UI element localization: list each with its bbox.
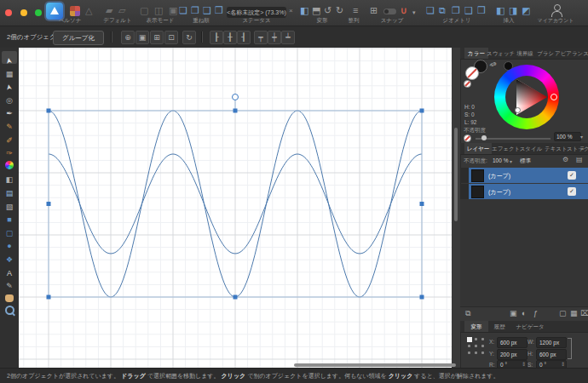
- layer-settings-gear-icon[interactable]: ⚙: [562, 156, 568, 163]
- fill-color-swatch[interactable]: [465, 66, 479, 80]
- fill-gradient-tool[interactable]: [2, 157, 17, 170]
- tab-styles[interactable]: スタイル: [519, 143, 543, 154]
- layer-lock-icon[interactable]: ▤: [576, 156, 583, 163]
- zoom-tool[interactable]: [2, 303, 17, 316]
- selection-handle[interactable]: [420, 109, 424, 113]
- pen-tool[interactable]: ✒: [2, 104, 17, 117]
- anchor-dot[interactable]: [475, 352, 477, 354]
- x-field[interactable]: 600 px: [497, 337, 527, 348]
- selection-handle[interactable]: [233, 295, 238, 300]
- layer-visibility-checkbox[interactable]: ✓: [568, 187, 576, 196]
- move-to-back-icon[interactable]: ❒: [215, 5, 223, 15]
- geometry-intersect-icon[interactable]: ❐: [452, 5, 460, 15]
- tab-navigator[interactable]: ナビゲータ: [513, 321, 547, 332]
- opacity-value-field[interactable]: 100 %: [554, 132, 581, 141]
- transform-origin-icon[interactable]: ⊡: [164, 31, 178, 44]
- hue-ring-marker[interactable]: [551, 94, 557, 100]
- tab-swatches[interactable]: スウォッチ: [487, 48, 514, 59]
- selection-handle[interactable]: [47, 295, 51, 300]
- tab-text[interactable]: テキスト: [545, 143, 567, 154]
- defaults-icon-1[interactable]: ▰: [106, 5, 112, 15]
- zoom-window-button[interactable]: [35, 9, 42, 16]
- layer-row-curve-2[interactable]: (カーブ) ✓: [460, 184, 588, 199]
- canvas[interactable]: [19, 48, 452, 368]
- blend-mode-value[interactable]: 標準: [520, 157, 531, 165]
- y-field[interactable]: 200 px: [497, 349, 527, 360]
- artboard-tool[interactable]: ▦: [2, 65, 17, 77]
- insert-behind-icon[interactable]: ◧: [496, 5, 504, 15]
- minimize-window-button[interactable]: [20, 9, 27, 16]
- paint-brush-tool[interactable]: ✑: [2, 144, 17, 157]
- selection-handle[interactable]: [420, 202, 424, 206]
- transform-separately-icon[interactable]: ⊞: [150, 31, 164, 44]
- triangle-marker[interactable]: [515, 107, 521, 113]
- color-wheel-triangle[interactable]: [503, 73, 551, 121]
- view-mode-retina-icon[interactable]: ▣: [169, 5, 177, 15]
- move-forward-icon[interactable]: ❐: [191, 5, 199, 15]
- vector-crop-tool[interactable]: ▧: [2, 197, 17, 210]
- custom-shape-tool[interactable]: ❖: [2, 250, 17, 263]
- new-layer-icon[interactable]: ▢: [559, 309, 567, 317]
- snap-toggle[interactable]: [383, 9, 396, 14]
- geometry-subtract-icon[interactable]: ⧉: [439, 5, 446, 15]
- snap-grid-icon[interactable]: ⊞: [370, 5, 378, 15]
- view-mode-pixel-icon[interactable]: ◫: [154, 5, 163, 15]
- layer-visibility-checkbox[interactable]: ✓: [568, 171, 576, 180]
- tab-stroke[interactable]: 境界線: [515, 48, 535, 59]
- geometry-add-icon[interactable]: ❏: [426, 5, 435, 15]
- text-tool[interactable]: A: [2, 264, 17, 277]
- align-center-horizontal-icon[interactable]: ╂: [223, 31, 237, 44]
- mask-layer-icon[interactable]: ▣: [510, 309, 517, 317]
- vertical-scrollbar[interactable]: [454, 128, 458, 221]
- tab-brushes[interactable]: ブラシ: [536, 48, 555, 59]
- opacity-dropdown-icon[interactable]: ▾: [580, 134, 583, 140]
- anchor-dot[interactable]: [468, 345, 470, 347]
- tab-layers[interactable]: レイヤー: [464, 143, 492, 154]
- layer-thumbnail[interactable]: [471, 186, 484, 198]
- transparency-tool[interactable]: ◧: [2, 170, 17, 183]
- layer-effects-icon[interactable]: ƒ: [533, 309, 538, 317]
- w-field[interactable]: 1200 px: [536, 337, 567, 348]
- aspect-link-bracket[interactable]: [568, 338, 572, 359]
- delete-layer-icon[interactable]: ⌦: [580, 309, 588, 317]
- selection-handle[interactable]: [47, 109, 51, 113]
- selection-handle[interactable]: [47, 202, 51, 206]
- new-pixel-layer-icon[interactable]: ▦: [570, 309, 578, 317]
- none-color-swatch[interactable]: [464, 80, 471, 88]
- anchor-dot[interactable]: [481, 345, 484, 347]
- move-backward-icon[interactable]: ❑: [203, 5, 211, 15]
- pixel-persona-icon[interactable]: [70, 6, 80, 16]
- insert-inside-icon[interactable]: ◩: [522, 5, 530, 15]
- anchor-dot[interactable]: [468, 352, 470, 354]
- magnet-icon[interactable]: ∪: [401, 5, 407, 15]
- horizontal-scrollbar[interactable]: [294, 363, 456, 367]
- move-to-front-icon[interactable]: ❏: [179, 5, 187, 15]
- tab-color[interactable]: カラー: [464, 48, 488, 59]
- hand-tool[interactable]: [2, 290, 17, 303]
- cycle-selection-box-icon[interactable]: ↻: [182, 31, 196, 44]
- vector-brush-tool[interactable]: ✐: [2, 131, 17, 144]
- canvas-artwork[interactable]: [19, 48, 452, 368]
- rotation-handle[interactable]: [233, 94, 239, 100]
- point-transform-tool[interactable]: ◎: [2, 91, 17, 104]
- style-picker-tool[interactable]: ✎: [2, 277, 17, 289]
- align-left-icon[interactable]: ┠: [210, 31, 223, 44]
- anchor-dot[interactable]: [481, 352, 484, 354]
- h-field[interactable]: 600 px: [536, 349, 567, 360]
- geometry-combine-icon[interactable]: ❒: [477, 5, 486, 15]
- rotate-ccw-icon[interactable]: ↺: [324, 5, 331, 15]
- selection-handle[interactable]: [233, 109, 238, 113]
- ellipse-tool[interactable]: ●: [2, 237, 17, 249]
- align-middle-vertical-icon[interactable]: ┿: [268, 31, 281, 44]
- anchor-top-left-active[interactable]: [467, 337, 472, 342]
- layer-row-curve-1[interactable]: (カーブ) ✓: [460, 168, 588, 183]
- adjustment-layer-icon[interactable]: ◐: [522, 309, 526, 317]
- insert-on-top-icon[interactable]: ◨: [509, 5, 517, 15]
- rectangle-tool[interactable]: ■: [2, 210, 17, 223]
- layer-opacity-dropdown-icon[interactable]: ▾: [510, 158, 512, 164]
- tab-effects[interactable]: エフェクト: [492, 143, 517, 154]
- my-account-icon[interactable]: [551, 4, 562, 17]
- pencil-tool[interactable]: ✎: [2, 117, 17, 130]
- align-right-icon[interactable]: ┨: [237, 31, 251, 44]
- place-image-tool[interactable]: ▤: [2, 184, 17, 197]
